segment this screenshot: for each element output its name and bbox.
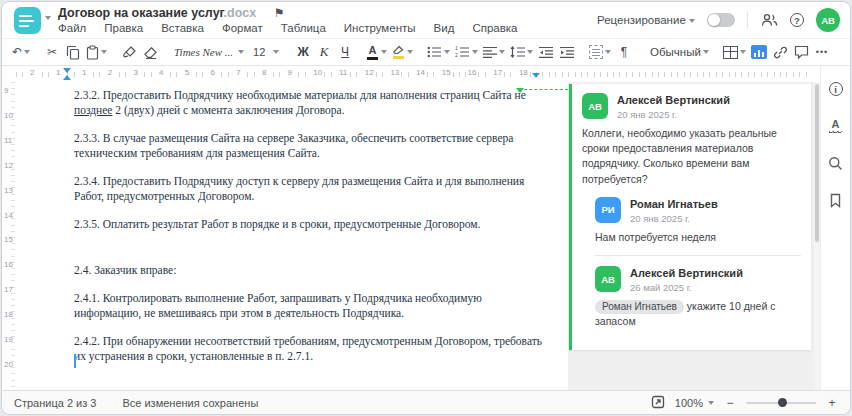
bullet-list-button[interactable] [425, 41, 452, 63]
numbered-list-button[interactable]: 12 [453, 41, 480, 63]
commented-text[interactable]: позднее [74, 104, 112, 116]
link-icon [773, 45, 788, 60]
document-canvas[interactable]: 2.3.2. Предоставить Подрядчику необходим… [16, 82, 568, 390]
font-color-caret-icon[interactable] [381, 50, 387, 54]
flag-icon[interactable]: ⚑ [274, 6, 285, 20]
ruler-number: 9 [4, 86, 8, 95]
document-text[interactable]: 2.3.2. Предоставить Подрядчику необходим… [74, 88, 550, 377]
italic-button[interactable]: К [314, 41, 334, 63]
align-button[interactable] [481, 41, 507, 63]
bold-button[interactable]: Ж [293, 41, 313, 63]
font-size-select[interactable]: 12 [249, 41, 283, 63]
page-indicator[interactable]: Страница 2 из 3 [14, 397, 96, 409]
spellcheck-button[interactable]: А [827, 117, 845, 135]
zoom-in-button[interactable]: + [826, 396, 838, 410]
toolbar-more-button[interactable]: ••• [812, 41, 832, 63]
zoom-select[interactable]: 100% [675, 397, 714, 409]
decrease-indent-button[interactable] [536, 41, 556, 63]
insert-image-button[interactable] [749, 41, 769, 63]
underline-button[interactable]: Ч [335, 41, 355, 63]
zoom-out-button[interactable]: − [724, 396, 736, 410]
show-paragraph-marks-button[interactable]: ¶ [614, 41, 634, 63]
copy-button[interactable] [63, 41, 83, 63]
doc-paragraph[interactable]: 2.4.1. Контролировать выполнение Работ, … [74, 291, 550, 321]
comment-avatar: РИ [595, 197, 621, 223]
highlighter-icon [392, 45, 404, 59]
doc-paragraph[interactable]: 2.4.2. При обнаружении несоответствий тр… [74, 334, 550, 364]
numbered-list-caret-icon[interactable] [472, 50, 478, 54]
paragraph-settings-button[interactable] [587, 41, 613, 63]
fit-width-button[interactable] [651, 395, 665, 411]
paste-caret-icon[interactable] [101, 50, 107, 54]
comment-author: Алексей Вертинский [617, 94, 730, 106]
zoom-value: 100% [675, 397, 703, 409]
comment[interactable]: АВАлексей Вертинский20 янв 2025 г.Коллег… [582, 93, 801, 187]
indent-marker-first-line[interactable] [63, 68, 71, 73]
track-changes-toggle[interactable] [707, 13, 735, 27]
cut-button[interactable]: ✂ [42, 41, 62, 63]
undo-button[interactable]: ↶ [10, 41, 32, 63]
doc-paragraph[interactable]: 2.4. Заказчик вправе: [74, 263, 550, 278]
comment[interactable]: РИРоман Игнатьев20 янв 2025 г.Нам потреб… [595, 197, 801, 245]
menu-item[interactable]: Формат [222, 22, 263, 34]
insert-table-button[interactable] [721, 41, 748, 63]
paragraph-style-select[interactable]: Обычный [644, 41, 712, 63]
menu-item[interactable]: Вид [434, 22, 455, 34]
comment-author: Роман Игнатьев [630, 198, 718, 210]
comment[interactable]: АВАлексей Вертинский26 май 2025 г.Роман … [595, 266, 801, 329]
bullet-list-caret-icon[interactable] [444, 50, 450, 54]
menu-item[interactable]: Вставка [161, 22, 204, 34]
search-button[interactable] [827, 154, 845, 172]
comment-date: 20 янв 2025 г. [630, 213, 718, 224]
menu-item[interactable]: Правка [104, 22, 143, 34]
table-icon [723, 46, 738, 59]
horizontal-ruler: 21123456789101112131415161718 [2, 67, 814, 82]
zoom-slider-knob[interactable] [778, 398, 787, 407]
doc-paragraph[interactable]: 2.3.3. В случае размещения Сайта на серв… [74, 131, 550, 161]
document-info-button[interactable]: i [827, 80, 845, 98]
scrollbar-thumb[interactable] [815, 84, 819, 242]
paragraph-settings-icon [589, 45, 603, 59]
indent-marker-right[interactable] [532, 73, 540, 78]
review-mode-dropdown[interactable]: Рецензирование [597, 14, 695, 26]
font-name-value: Times New ... [174, 46, 233, 58]
highlight-color-button[interactable] [390, 41, 415, 63]
insert-link-button[interactable] [770, 41, 790, 63]
comments-panel: АВАлексей Вертинский20 янв 2025 г.Коллег… [568, 82, 814, 390]
app-logo-button[interactable] [14, 7, 41, 34]
collaborators-icon[interactable] [760, 11, 778, 29]
menu-item[interactable]: Инструменты [344, 22, 416, 34]
font-name-select[interactable]: Times New ... [170, 41, 248, 63]
ruler-number: 14 [414, 68, 427, 77]
paste-button[interactable] [84, 41, 109, 63]
clear-formatting-button[interactable] [140, 41, 160, 63]
paragraph-settings-caret-icon[interactable] [605, 50, 611, 54]
align-caret-icon[interactable] [499, 50, 505, 54]
help-icon[interactable]: ? [790, 13, 804, 27]
zoom-slider[interactable] [746, 402, 816, 404]
user-avatar[interactable]: АВ [816, 8, 840, 32]
highlight-caret-icon[interactable] [407, 50, 413, 54]
comment-icon [794, 45, 809, 59]
logo-caret-icon[interactable] [45, 16, 51, 20]
indent-marker-left[interactable] [63, 75, 71, 80]
menu-item[interactable]: Файл [58, 22, 86, 34]
font-color-button[interactable]: А [365, 41, 389, 63]
doc-paragraph[interactable]: 2.3.2. Предоставить Подрядчику необходим… [74, 88, 550, 118]
line-spacing-caret-icon[interactable] [527, 50, 533, 54]
menu-item[interactable]: Справка [472, 22, 517, 34]
format-painter-button[interactable] [119, 41, 139, 63]
table-caret-icon[interactable] [740, 50, 746, 54]
comment-button[interactable] [791, 41, 811, 63]
ruler-number: 1 [54, 68, 62, 77]
menu-item[interactable]: Таблица [281, 22, 326, 34]
undo-caret-icon[interactable] [24, 50, 30, 54]
doc-paragraph[interactable]: 2.3.5. Оплатить результат Работ в порядк… [74, 217, 550, 232]
line-spacing-button[interactable] [508, 41, 535, 63]
comment-thread-card[interactable]: АВАлексей Вертинский20 янв 2025 г.Коллег… [569, 84, 811, 350]
document-title[interactable]: Договор на оказание услуг.docx ⚑ [58, 6, 284, 20]
doc-paragraph[interactable]: 2.3.4. Предоставить Подрядчику доступ к … [74, 174, 550, 204]
increase-indent-button[interactable] [557, 41, 577, 63]
comment-text: Коллеги, необходимо указать реальные сро… [582, 126, 801, 187]
bookmarks-button[interactable] [827, 191, 845, 209]
